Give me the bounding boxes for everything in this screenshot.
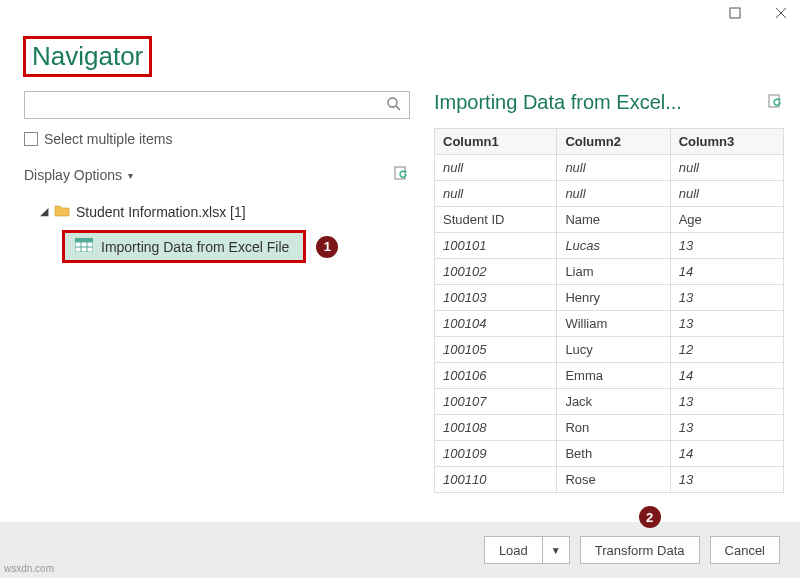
table-cell: null xyxy=(435,181,557,207)
svg-marker-6 xyxy=(405,170,407,173)
table-row: 100110Rose13 xyxy=(435,467,784,493)
load-button[interactable]: Load ▼ xyxy=(484,536,570,564)
table-cell: null xyxy=(557,155,670,181)
table-cell: Lucy xyxy=(557,337,670,363)
search-icon[interactable] xyxy=(386,96,402,116)
table-cell: 13 xyxy=(670,389,783,415)
watermark: wsxdn.com xyxy=(4,563,54,574)
callout-badge-1: 1 xyxy=(316,236,338,258)
close-icon[interactable] xyxy=(768,2,794,24)
svg-point-3 xyxy=(388,98,397,107)
preview-title: Importing Data from Excel... xyxy=(434,91,682,114)
table-row: 100108Ron13 xyxy=(435,415,784,441)
left-panel: Select multiple items Display Options ▾ … xyxy=(24,91,410,493)
svg-rect-0 xyxy=(730,8,740,18)
preview-table: Column1 Column2 Column3 nullnullnullnull… xyxy=(434,128,784,493)
svg-rect-12 xyxy=(75,238,93,242)
table-cell: Ron xyxy=(557,415,670,441)
table-cell: 13 xyxy=(670,285,783,311)
cancel-button[interactable]: Cancel xyxy=(710,536,780,564)
titlebar xyxy=(0,0,800,28)
maximize-icon[interactable] xyxy=(722,2,748,24)
table-cell: 13 xyxy=(670,467,783,493)
table-cell: Name xyxy=(557,207,670,233)
chevron-down-icon: ▾ xyxy=(128,170,133,181)
table-cell: 100103 xyxy=(435,285,557,311)
table-cell: null xyxy=(670,181,783,207)
display-options-dropdown[interactable]: Display Options ▾ xyxy=(24,167,133,183)
table-cell: 14 xyxy=(670,259,783,285)
table-icon xyxy=(75,238,93,255)
table-row: 100105Lucy12 xyxy=(435,337,784,363)
column-header[interactable]: Column2 xyxy=(557,129,670,155)
table-row: 100101Lucas13 xyxy=(435,233,784,259)
table-cell: Henry xyxy=(557,285,670,311)
table-cell: 12 xyxy=(670,337,783,363)
tree-file-item[interactable]: ◢ Student Information.xlsx [1] xyxy=(24,199,410,224)
refresh-icon[interactable] xyxy=(394,165,410,185)
svg-line-4 xyxy=(396,106,400,110)
transform-data-button[interactable]: Transform Data xyxy=(580,536,700,564)
table-cell: William xyxy=(557,311,670,337)
caret-down-icon: ◢ xyxy=(40,205,48,218)
table-row: 100103Henry13 xyxy=(435,285,784,311)
select-multiple-row[interactable]: Select multiple items xyxy=(24,131,410,147)
cancel-label: Cancel xyxy=(725,543,765,558)
table-cell: 100108 xyxy=(435,415,557,441)
table-cell: 14 xyxy=(670,441,783,467)
table-cell: Rose xyxy=(557,467,670,493)
table-cell: 100106 xyxy=(435,363,557,389)
load-button-label: Load xyxy=(485,537,543,563)
table-cell: 100105 xyxy=(435,337,557,363)
table-cell: 13 xyxy=(670,311,783,337)
table-cell: 100109 xyxy=(435,441,557,467)
sheet-label: Importing Data from Excel File xyxy=(101,239,289,255)
table-row: 100102Liam14 xyxy=(435,259,784,285)
table-row: 100106Emma14 xyxy=(435,363,784,389)
file-label: Student Information.xlsx [1] xyxy=(76,204,246,220)
refresh-preview-icon[interactable] xyxy=(768,93,784,113)
footer-bar: Load ▼ 2 Transform Data Cancel xyxy=(0,522,800,578)
table-cell: Liam xyxy=(557,259,670,285)
svg-marker-14 xyxy=(779,98,781,101)
search-container xyxy=(24,91,410,119)
table-cell: Beth xyxy=(557,441,670,467)
table-cell: 100110 xyxy=(435,467,557,493)
table-cell: 100107 xyxy=(435,389,557,415)
checkbox-icon[interactable] xyxy=(24,132,38,146)
table-row: 100104William13 xyxy=(435,311,784,337)
table-cell: Lucas xyxy=(557,233,670,259)
table-header-row: Column1 Column2 Column3 xyxy=(435,129,784,155)
table-cell: 100101 xyxy=(435,233,557,259)
table-cell: 14 xyxy=(670,363,783,389)
table-row: Student IDNameAge xyxy=(435,207,784,233)
right-panel: Importing Data from Excel... Column1 Col… xyxy=(434,91,784,493)
table-cell: null xyxy=(435,155,557,181)
select-multiple-label: Select multiple items xyxy=(44,131,172,147)
column-header[interactable]: Column1 xyxy=(435,129,557,155)
table-cell: Emma xyxy=(557,363,670,389)
page-title: Navigator xyxy=(23,36,152,77)
table-cell: Student ID xyxy=(435,207,557,233)
table-cell: 100104 xyxy=(435,311,557,337)
callout-badge-2: 2 xyxy=(639,506,661,528)
table-row: nullnullnull xyxy=(435,155,784,181)
sheet-item[interactable]: Importing Data from Excel File xyxy=(62,230,306,263)
table-cell: Age xyxy=(670,207,783,233)
display-options-label: Display Options xyxy=(24,167,122,183)
table-cell: null xyxy=(670,155,783,181)
table-row: 100109Beth14 xyxy=(435,441,784,467)
chevron-down-icon[interactable]: ▼ xyxy=(543,537,569,563)
table-row: nullnullnull xyxy=(435,181,784,207)
table-cell: null xyxy=(557,181,670,207)
table-cell: 13 xyxy=(670,233,783,259)
folder-icon xyxy=(54,203,70,220)
column-header[interactable]: Column3 xyxy=(670,129,783,155)
table-cell: 100102 xyxy=(435,259,557,285)
search-input[interactable] xyxy=(24,91,410,119)
table-row: 100107Jack13 xyxy=(435,389,784,415)
transform-label: Transform Data xyxy=(595,543,685,558)
table-cell: 13 xyxy=(670,415,783,441)
table-cell: Jack xyxy=(557,389,670,415)
